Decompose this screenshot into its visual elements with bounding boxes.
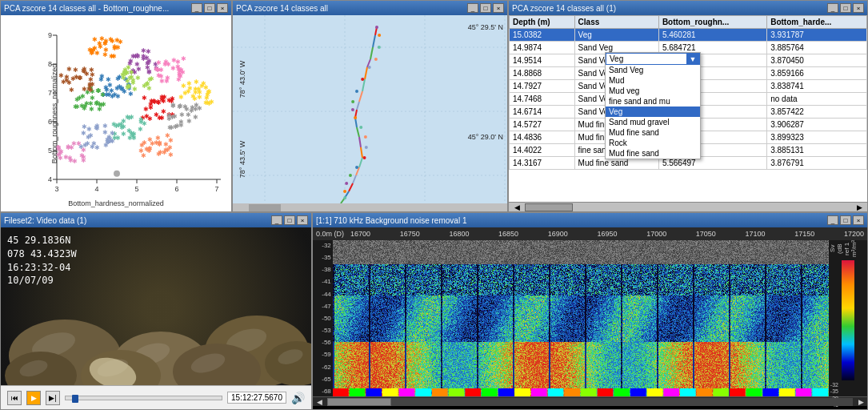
cell-depth: 14.3167 — [510, 157, 575, 170]
scatter-y-axis-label: Bottom_roughness_normalized — [50, 63, 58, 163]
cell-depth: 14.9874 — [510, 42, 575, 54]
pca-map-window: PCA zscore 14 classes all _ □ × — [232, 0, 508, 212]
col-hardness: Bottom_harde... — [767, 16, 867, 29]
dropdown-item-sandveg[interactable]: Sand Veg — [606, 65, 700, 75]
sonar-maximize-btn[interactable]: □ — [840, 215, 851, 225]
pca-table-titlebar[interactable]: PCA zscore 14 classes all (1) _ □ × — [509, 1, 867, 15]
pca-scatter-titlebar[interactable]: PCA zscore 14 classes all - Bottom_rough… — [1, 1, 231, 15]
volume-icon[interactable]: 🔊 — [291, 392, 305, 404]
sonar-scroll-track[interactable] — [327, 398, 853, 406]
sonar-title: [1:1] 710 kHz Background noise removal 1 — [316, 216, 827, 225]
sonar-close-btn[interactable]: × — [853, 215, 864, 225]
pca-table-title: PCA zscore 14 classes all (1) — [512, 4, 827, 13]
cell-depth: 14.4836 — [510, 131, 575, 144]
pca-map-title: PCA zscore 14 classes all — [236, 4, 467, 13]
map-minimize-btn[interactable]: _ — [467, 3, 478, 13]
video-maximize-btn[interactable]: □ — [284, 215, 295, 225]
cell-depth: 14.4022 — [510, 144, 575, 157]
cell-hardness: 3.931787 — [767, 29, 867, 42]
map-close-btn[interactable]: × — [493, 3, 504, 13]
cell-depth: 14.9514 — [510, 54, 575, 67]
video-coords1: 45 29.1836N — [7, 234, 77, 247]
video-minimize-btn[interactable]: _ — [271, 215, 282, 225]
table-close-btn[interactable]: × — [853, 3, 864, 13]
map-area[interactable] — [233, 15, 507, 211]
video-window: Fileset2: Video data (1) _ □ × 45 29.183… — [0, 212, 312, 410]
table-window-controls[interactable]: _ □ × — [827, 3, 864, 13]
video-progress-bar[interactable] — [65, 396, 222, 400]
colorbar-canvas — [842, 260, 854, 380]
sonar-yaxis-title: Sv (dB ref 1 m²/m³ — [829, 240, 867, 260]
video-controls-bar: ⏮ ▶ ▶| 15:12:27.5670 🔊 — [1, 385, 311, 409]
scatter-x-axis-label: Bottom_hardness_normalized — [68, 199, 164, 207]
map-window-controls[interactable]: _ □ × — [467, 3, 504, 13]
sonar-window: [1:1] 710 kHz Background noise removal 1… — [312, 212, 868, 410]
class-dropdown[interactable]: Veg ▼ Sand Veg Mud Mud veg fine sand and… — [605, 52, 701, 159]
cell-hardness: 3.838741 — [767, 80, 867, 93]
video-time-display: 15:12:27.5670 — [227, 392, 286, 404]
cell-hardness: 3.885764 — [767, 42, 867, 54]
table-row[interactable]: 15.0382 Veg 5.460281 3.931787 — [510, 29, 867, 42]
sonar-titlebar[interactable]: [1:1] 710 kHz Background noise removal 1… — [313, 213, 867, 227]
forward-btn[interactable]: ▶| — [46, 391, 60, 405]
dropdown-item-sandmudgravel[interactable]: Sand mud gravel — [606, 117, 700, 127]
cell-depth: 14.7927 — [510, 80, 575, 93]
rewind-btn[interactable]: ⏮ — [7, 391, 22, 405]
cell-hardness: no data — [767, 93, 867, 106]
scroll-thumb[interactable] — [525, 203, 573, 211]
map-canvas — [233, 15, 507, 211]
video-coords2: 078 43.4323W — [7, 247, 77, 261]
dropdown-item-veg[interactable]: Veg — [606, 107, 700, 117]
table-maximize-btn[interactable]: □ — [840, 3, 851, 13]
dropdown-item-mudfinecand[interactable]: Mud fine sand — [606, 127, 700, 138]
sonar-minimize-btn[interactable]: _ — [827, 215, 838, 225]
cell-hardness: 3.885131 — [767, 144, 867, 157]
sonar-y-axis: -32-35-38-41-44-47-50-53-56-59-62-65-68 — [313, 240, 333, 396]
scroll-left-btn[interactable]: ◀ — [509, 203, 525, 211]
sonar-hscroll[interactable]: ◀ ▶ — [313, 396, 867, 406]
video-close-btn[interactable]: × — [297, 215, 308, 225]
play-btn[interactable]: ▶ — [26, 391, 41, 405]
video-window-controls[interactable]: _ □ × — [271, 215, 308, 225]
dropdown-item-mudveg[interactable]: Mud veg — [606, 86, 700, 96]
sonar-depth-label: 0.0m (D) — [316, 230, 344, 238]
video-time1: 16:23:32-04 — [7, 261, 77, 275]
video-display: 45 29.1836N 078 43.4323W 16:23:32-04 10/… — [1, 227, 311, 385]
dropdown-item-mud[interactable]: Mud — [606, 75, 700, 86]
cell-hardness: 3.870450 — [767, 54, 867, 67]
pca-table-window: PCA zscore 14 classes all (1) _ □ × Dept… — [508, 0, 868, 212]
sonar-scroll-thumb[interactable] — [327, 398, 391, 406]
progress-thumb[interactable] — [72, 395, 78, 403]
dropdown-arrow[interactable]: ▼ — [686, 54, 699, 64]
col-depth: Depth (m) — [510, 16, 575, 29]
dropdown-list[interactable]: Sand Veg Mud Mud veg fine sand and mu Ve… — [606, 65, 700, 159]
scatter-plot-area: Bottom_roughness_normalized Bottom_hardn… — [1, 15, 231, 211]
pca-map-titlebar[interactable]: PCA zscore 14 classes all _ □ × — [233, 1, 507, 15]
scatter-maximize-btn[interactable]: □ — [204, 3, 215, 13]
sonar-canvas — [333, 240, 829, 396]
map-maximize-btn[interactable]: □ — [480, 3, 491, 13]
dropdown-item-mudfinecand2[interactable]: Mud fine sand — [606, 148, 700, 159]
cell-hardness: 3.906287 — [767, 119, 867, 131]
scatter-window-controls[interactable]: _ □ × — [191, 3, 228, 13]
sonar-window-controls[interactable]: _ □ × — [827, 215, 864, 225]
cell-depth: 15.0382 — [510, 29, 575, 42]
dropdown-item-rock[interactable]: Rock — [606, 138, 700, 148]
scatter-minimize-btn[interactable]: _ — [191, 3, 202, 13]
dropdown-input[interactable]: Veg — [606, 54, 686, 64]
video-titlebar[interactable]: Fileset2: Video data (1) _ □ × — [1, 213, 311, 227]
table-minimize-btn[interactable]: _ — [827, 3, 838, 13]
scroll-right-btn[interactable]: ▶ — [851, 203, 867, 211]
scatter-close-btn[interactable]: × — [217, 3, 228, 13]
table-content: Depth (m) Class Bottom_roughn... Bottom_… — [509, 15, 867, 211]
sonar-scroll-left[interactable]: ◀ — [313, 398, 326, 406]
table-hscroll[interactable]: ◀ ▶ — [509, 202, 867, 211]
pca-scatter-window: PCA zscore 14 classes all - Bottom_rough… — [0, 0, 232, 212]
video-time2: 10/07/09 — [7, 274, 77, 287]
sonar-scroll-right[interactable]: ▶ — [854, 398, 867, 406]
cell-depth: 14.7468 — [510, 93, 575, 106]
dropdown-item-finesand[interactable]: fine sand and mu — [606, 96, 700, 107]
cell-depth: 14.5727 — [510, 119, 575, 131]
cell-class: Veg — [574, 29, 658, 42]
video-title: Fileset2: Video data (1) — [4, 216, 271, 225]
